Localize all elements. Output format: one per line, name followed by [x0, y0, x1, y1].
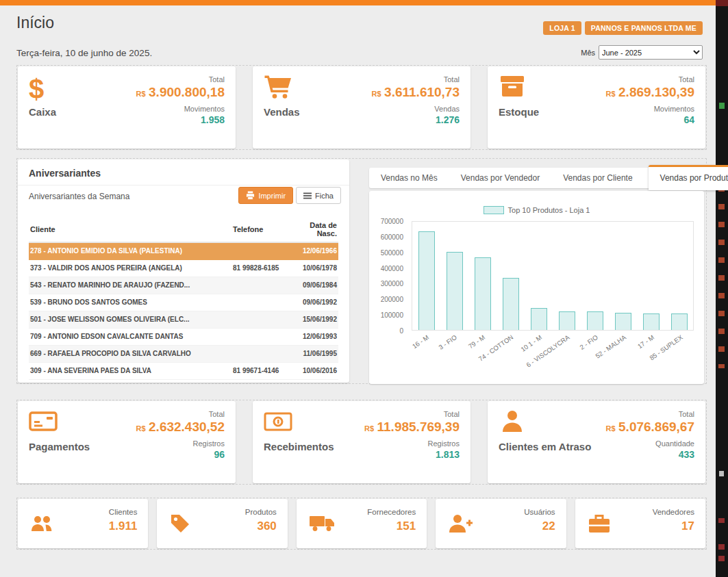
mini-label: Clientes: [109, 508, 138, 516]
table-row[interactable]: 501 - JOSE WELISSON GOMES OLIVEIRA (ELC.…: [29, 311, 338, 328]
total-label: Total: [606, 410, 694, 418]
dollar-icon: $: [29, 75, 60, 105]
table-row[interactable]: 709 - ANTONIO EDSON CAVALCANTE DANTAS12/…: [29, 328, 338, 345]
ficha-button[interactable]: Ficha: [296, 187, 341, 204]
total-label: Total: [136, 75, 225, 84]
month-filter: Mês June - 2025: [581, 45, 703, 60]
total-amount: R$ 3.900.800,18: [136, 85, 225, 100]
strip-red-mark: [718, 518, 725, 523]
table-row[interactable]: 373 - VALDIR DOS ANJOS PEREIRA (ANGELA)8…: [29, 259, 338, 277]
card-title: Caixa: [29, 106, 56, 118]
mini-label: Fornecedores: [367, 508, 416, 516]
card-title: Recebimentos: [264, 441, 334, 452]
table-row[interactable]: 309 - ANA SEVERINA PAES DA SILVA81 99671…: [29, 362, 338, 379]
count-value: 1.813: [364, 449, 460, 460]
header-badges: LOJA 1 PANNOS E PANNOS LTDA ME: [543, 21, 703, 35]
estoque-card: Estoque Total R$ 2.869.130,39 Movimentos…: [488, 66, 705, 149]
strip-white-mark: [719, 471, 724, 476]
x-axis-label: 3 - FIO: [438, 333, 459, 351]
mini-value: 17: [681, 520, 694, 533]
total-amount: R$ 11.985.769,39: [364, 420, 460, 435]
tab-vendas-no-mes[interactable]: Vendas no Mês: [369, 168, 449, 188]
produtos-mini-card: Produtos 360: [157, 499, 287, 548]
total-label: Total: [364, 410, 460, 418]
person-icon: [499, 409, 530, 439]
table-row[interactable]: 543 - RENATO MARINHO DE ARAUJO (FAZEND..…: [29, 277, 338, 294]
caixa-card: $ Caixa Total R$ 3.900.800,18 Movimentos…: [18, 66, 236, 149]
count-value: 1.958: [136, 114, 225, 125]
chart-bar: [475, 257, 491, 330]
total-amount: R$ 2.632.430,52: [136, 420, 225, 435]
page-content: Início LOJA 1 PANNOS E PANNOS LTDA ME Te…: [0, 5, 716, 577]
col-telefone: Telefone: [231, 217, 289, 242]
tag-icon: [169, 513, 194, 535]
printer-icon: [246, 191, 255, 200]
chart-bar: [559, 311, 575, 330]
strip-red-marks: [718, 544, 725, 567]
birthdays-table: Cliente Telefone Data de Nasc. 278 - ANT…: [29, 217, 338, 380]
total-label: Total: [372, 75, 460, 84]
y-tick: 300000: [381, 280, 403, 287]
clientes-atraso-card: Clientes em Atraso Total R$ 5.076.869,67…: [488, 401, 705, 483]
total-label: Total: [606, 75, 694, 84]
mini-value: 360: [257, 520, 276, 533]
month-label: Mês: [581, 49, 595, 57]
pagamentos-card: Pagamentos Total R$ 2.632.430,52 Registr…: [18, 401, 236, 483]
payments-card-icon: [29, 409, 60, 439]
chart-bar: [531, 308, 547, 330]
tab-vendas-por-vendedor[interactable]: Vendas por Vendedor: [449, 168, 551, 188]
table-row[interactable]: 669 - RAFAELA PROCOPIO DA SILVA CARVALHO…: [29, 345, 338, 362]
store-badge[interactable]: LOJA 1: [543, 21, 581, 35]
count-value: 64: [606, 114, 694, 125]
archive-box-icon: [499, 75, 530, 105]
chart-bar: [615, 313, 631, 330]
count-label: Registros: [136, 439, 225, 448]
print-button[interactable]: Imprimir: [238, 187, 293, 204]
total-amount: R$ 3.611.610,73: [372, 85, 460, 100]
table-header-row: Cliente Telefone Data de Nasc.: [29, 217, 338, 242]
vendas-card: Vendas Total R$ 3.611.610,73 Vendas 1.27…: [253, 66, 470, 149]
x-axis: 16 - M 3 - FIO 79 - M 74 - COTTON 10 1 -…: [412, 332, 694, 368]
count-value: 433: [606, 449, 694, 460]
count-label: Movimentos: [606, 105, 694, 113]
mini-label: Vendedores: [653, 508, 694, 516]
month-select[interactable]: June - 2025: [599, 45, 703, 60]
tab-vendas-por-produto[interactable]: Vendas por Produto: [649, 165, 728, 190]
usuarios-mini-card: Usuários 22: [436, 499, 566, 548]
shopping-cart-icon: [264, 75, 295, 105]
bar-chart-card: Top 10 Produtos - Loja 1 700000 600000 5…: [369, 191, 704, 384]
stats-row-bottom: Pagamentos Total R$ 2.632.430,52 Registr…: [16, 400, 707, 485]
chart-bar: [671, 313, 688, 330]
count-label: Quantidade: [606, 439, 694, 448]
current-date: Terça-feira, 10 de junho de 2025.: [16, 48, 152, 58]
company-badge[interactable]: PANNOS E PANNOS LTDA ME: [585, 21, 703, 35]
top-accent-bar: [0, 0, 716, 5]
strip-green-mark: [719, 103, 725, 109]
card-title: Vendas: [264, 106, 300, 118]
total-amount: R$ 2.869.130,39: [606, 85, 694, 100]
mini-stats-row: Clientes 1.911 Produtos 360 Fornecedores…: [16, 498, 707, 550]
table-row[interactable]: 278 - ANTONIO EMIDIO DA SILVA (PALESTINA…: [29, 242, 338, 259]
y-tick: 0: [399, 327, 403, 335]
chart-bar: [587, 311, 603, 330]
x-axis-label: 79 - M: [467, 333, 486, 350]
birthdays-panel: Aniversariantes Aniversariantes da Seman…: [18, 159, 349, 383]
chart-bar: [503, 278, 519, 330]
sales-tabs: Vendas no Mês Vendas por Vendedor Vendas…: [369, 168, 704, 188]
clientes-mini-card: Clientes 1.911: [18, 499, 148, 548]
table-row[interactable]: 539 - BRUNO DOS SANTOS GOMES09/06/1992: [29, 294, 338, 311]
user-plus-icon: [448, 513, 473, 535]
stats-row-top: $ Caixa Total R$ 3.900.800,18 Movimentos…: [16, 65, 707, 150]
panel-subtitle: Aniversariantes da Semana: [29, 192, 129, 201]
card-title: Estoque: [499, 106, 539, 118]
col-cliente: Cliente: [29, 217, 231, 242]
count-label: Vendas: [372, 105, 460, 113]
fornecedores-mini-card: Fornecedores 151: [297, 499, 427, 548]
count-value: 1.276: [372, 114, 460, 125]
mini-value: 1.911: [109, 520, 138, 533]
dashboard-home: Início LOJA 1 PANNOS E PANNOS LTDA ME Te…: [0, 0, 728, 577]
panel-title: Aniversariantes: [18, 159, 349, 185]
money-bill-icon: [264, 409, 295, 439]
tab-vendas-por-cliente[interactable]: Vendas por Cliente: [551, 168, 644, 188]
y-tick: 700000: [381, 218, 403, 225]
